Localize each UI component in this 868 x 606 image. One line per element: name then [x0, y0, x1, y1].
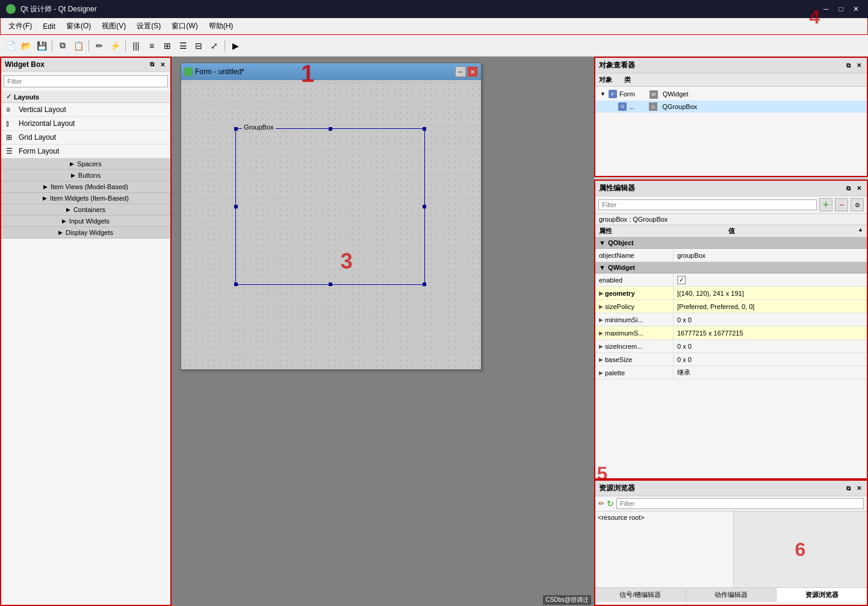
prop-value-palette[interactable]: 继承 [674, 366, 867, 379]
close-button[interactable]: ✕ [850, 3, 862, 15]
adjust-size-button[interactable]: ⤢ [207, 39, 222, 53]
category-layouts[interactable]: ✓ Layouts [1, 91, 170, 103]
widget-item-vertical-layout[interactable]: ≡ Vertical Layout [1, 103, 170, 117]
menu-edit[interactable]: Edit [38, 20, 60, 33]
prop-scroll-up[interactable]: ▲ [858, 226, 863, 236]
prop-value-objectname[interactable]: groupBox [674, 249, 867, 261]
prop-name-objectname: objectName [595, 249, 674, 261]
sizepolicy-expand[interactable]: ▶ [599, 304, 603, 310]
handle-bc[interactable] [329, 283, 332, 286]
break-layout-button[interactable]: ⊟ [191, 39, 206, 53]
edit-widget-button[interactable]: ✏ [92, 39, 107, 53]
handle-tl[interactable] [234, 127, 238, 131]
form-ctrl-buttons[interactable]: ─ ✕ [455, 66, 478, 77]
new-button[interactable]: 📄 [3, 39, 17, 53]
resource-filter-input[interactable] [616, 498, 864, 509]
prop-more-button[interactable]: ⚙ [851, 198, 864, 211]
category-spacers[interactable]: ▶ Spacers [1, 158, 170, 170]
handle-tc[interactable] [329, 127, 332, 131]
title-bar-controls[interactable]: ─ □ ✕ [820, 3, 862, 15]
menu-form[interactable]: 窗体(O) [61, 19, 96, 33]
widget-box-filter-input[interactable] [4, 75, 168, 87]
handle-br[interactable] [423, 283, 426, 286]
groupbox-icon-2: G [649, 102, 657, 111]
widget-box-controls[interactable]: ⧉ ✕ [147, 60, 167, 69]
prop-value-enabled[interactable]: ✓ [674, 273, 867, 286]
obj-tree-form-row[interactable]: ▼ F Form W QWidget [595, 88, 867, 101]
menu-window[interactable]: 窗口(W) [167, 19, 202, 33]
qwidget-expand[interactable]: ▼ [599, 264, 606, 271]
form-content[interactable]: GroupBox [181, 80, 481, 369]
handle-ml[interactable] [234, 205, 238, 208]
spacers-arrow: ▶ [70, 161, 74, 167]
layout-grid-button[interactable]: ⊞ [160, 39, 175, 53]
minimize-button[interactable]: ─ [820, 3, 832, 15]
handle-bl[interactable] [234, 283, 238, 286]
prop-editor-float-button[interactable]: ⧉ [844, 184, 852, 193]
category-item-views[interactable]: ▶ Item Views (Model-Based) [1, 181, 170, 193]
category-containers[interactable]: ▶ Containers [1, 204, 170, 216]
prop-value-geometry[interactable]: [(140, 120), 241 x 191] [674, 287, 867, 299]
menu-settings[interactable]: 设置(S) [132, 19, 166, 33]
form-minimize-button[interactable]: ─ [455, 66, 466, 77]
obj-inspector-float-button[interactable]: ⧉ [844, 61, 852, 70]
resource-refresh-icon[interactable]: ↻ [607, 499, 614, 508]
prop-value-sizeincrement[interactable]: 0 x 0 [674, 340, 867, 352]
palette-expand[interactable]: ▶ [599, 370, 603, 376]
category-item-widgets[interactable]: ▶ Item Widgets (Item-Based) [1, 193, 170, 204]
signal-slot-button[interactable]: ⚡ [108, 39, 122, 53]
minimumsize-expand[interactable]: ▶ [599, 317, 603, 323]
basesize-expand[interactable]: ▶ [599, 357, 603, 363]
widget-item-form-layout[interactable]: ☰ Form Layout [1, 145, 170, 158]
sizeincrement-expand[interactable]: ▶ [599, 343, 603, 349]
widget-box-close-button[interactable]: ✕ [158, 60, 167, 69]
category-display-widgets[interactable]: ▶ Display Widgets [1, 227, 170, 239]
handle-tr[interactable] [423, 127, 426, 131]
resource-browser-float-button[interactable]: ⧉ [844, 484, 852, 493]
maximumsize-expand[interactable]: ▶ [599, 330, 603, 336]
group-box[interactable]: GroupBox [235, 128, 425, 285]
resource-browser-close-button[interactable]: ✕ [855, 484, 863, 493]
layout-v-button[interactable]: ≡ [144, 39, 159, 53]
paste-button[interactable]: 📋 [71, 39, 85, 53]
prop-value-sizepolicy[interactable]: [Preferred, Preferred, 0, 0] [674, 300, 867, 313]
form-expand-icon[interactable]: ▼ [600, 91, 606, 97]
tab-signal-slot[interactable]: 信号/槽编辑器 [595, 588, 686, 602]
layout-form-button[interactable]: ☰ [176, 39, 190, 53]
widget-item-horizontal-layout[interactable]: ⫿ Horizontal Layout [1, 117, 170, 131]
qobject-expand[interactable]: ▼ [599, 239, 606, 246]
prop-filter-input[interactable] [598, 199, 817, 210]
tab-action-editor[interactable]: 动作编辑器 [686, 588, 777, 602]
copy-button[interactable]: ⧉ [55, 39, 70, 53]
geometry-expand[interactable]: ▶ [599, 290, 603, 296]
prop-remove-button[interactable]: − [835, 198, 848, 211]
prop-value-maximumsize[interactable]: 16777215 x 16777215 [674, 326, 867, 339]
maximize-button[interactable]: □ [835, 3, 847, 15]
widget-box-float-button[interactable]: ⧉ [147, 60, 156, 69]
menu-file[interactable]: 文件(F) [4, 19, 37, 33]
resource-browser-controls[interactable]: ⧉ ✕ [844, 484, 863, 493]
menu-view[interactable]: 视图(V) [97, 19, 131, 33]
prop-editor-close-button[interactable]: ✕ [855, 184, 863, 193]
obj-tree-groupbox-row[interactable]: G ... G QGroupBox [595, 101, 867, 113]
open-button[interactable]: 📂 [19, 39, 33, 53]
prop-editor-controls[interactable]: ⧉ ✕ [844, 184, 863, 193]
form-window[interactable]: Form - untitled* ─ ✕ GroupBox [181, 63, 482, 370]
menu-help[interactable]: 帮助(H) [204, 19, 238, 33]
tab-resource-browser[interactable]: 资源浏览器 [777, 588, 867, 602]
widget-item-grid-layout[interactable]: ⊞ Grid Layout [1, 131, 170, 145]
save-button[interactable]: 💾 [34, 39, 49, 53]
resource-edit-icon[interactable]: ✏ [598, 499, 604, 508]
handle-mr[interactable] [423, 205, 426, 208]
obj-inspector-close-button[interactable]: ✕ [855, 61, 863, 70]
preview-button[interactable]: ▶ [228, 39, 243, 53]
category-input-widgets[interactable]: ▶ Input Widgets [1, 216, 170, 227]
obj-inspector-controls[interactable]: ⧉ ✕ [844, 61, 863, 70]
prop-add-button[interactable]: + [819, 198, 832, 211]
category-buttons[interactable]: ▶ Buttons [1, 170, 170, 181]
prop-value-minimumsize[interactable]: 0 x 0 [674, 313, 867, 326]
layout-h-button[interactable]: ||| [129, 39, 143, 53]
enabled-checkbox[interactable]: ✓ [677, 276, 686, 284]
form-close-button[interactable]: ✕ [467, 66, 478, 77]
prop-value-basesize[interactable]: 0 x 0 [674, 353, 867, 366]
